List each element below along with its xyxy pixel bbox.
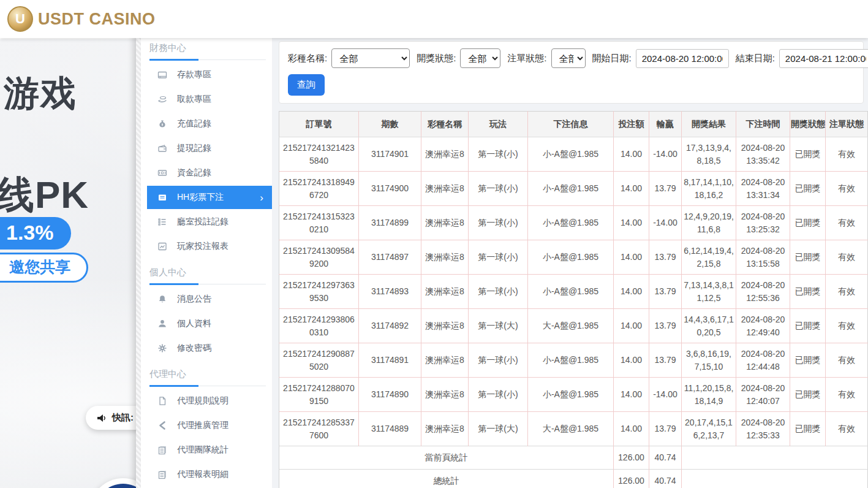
sidebar-section-title: 財務中心 (149, 42, 266, 60)
page-scrollbar[interactable] (136, 4, 141, 488)
cell-draw-status: 已開獎 (790, 240, 826, 275)
cell-order-status: 有效 (826, 343, 868, 378)
sidebar-item[interactable]: 個人資料 (147, 311, 272, 336)
sidebar-item[interactable]: 資金記錄 (147, 161, 272, 185)
cell-lottery-name: 澳洲幸运8 (421, 206, 469, 240)
background-site-header: U USDT CASINO (0, 0, 868, 38)
cell-bet-time: 2024-08-20 13:15:58 (736, 240, 790, 275)
grand-total-row: 總統計126.0040.74 (279, 470, 868, 488)
cell-order-status: 有效 (826, 309, 868, 343)
order-status-select[interactable]: 全部 (551, 48, 586, 68)
banner-invite-pill[interactable]: 邀您共享 (0, 253, 88, 283)
cell-period: 31174893 (359, 275, 421, 309)
sidebar-item[interactable]: 玩家投注報表 (147, 234, 272, 259)
lottery-name-select[interactable]: 全部 (331, 48, 410, 68)
banner-rate-badge: 1.3% (0, 217, 71, 250)
cell-bet-time: 2024-08-20 12:35:33 (736, 412, 790, 446)
sidebar-item[interactable]: 修改密碼 (147, 336, 272, 360)
page-total-row-label: 當前頁統計 (279, 446, 614, 470)
cell-bet-amount: 14.00 (614, 412, 649, 446)
sidebar-item-label: 取款專區 (177, 94, 211, 105)
cell-bet-amount: 14.00 (614, 240, 649, 275)
sidebar-item-label: 廳室投註記錄 (177, 216, 228, 227)
cell-draw-status: 已開獎 (790, 378, 826, 412)
cell-order-no: 2152172412908875020 (279, 343, 359, 378)
cell-order-no: 2152172412853377600 (279, 412, 359, 446)
cell-win-loss: 13.79 (649, 172, 682, 206)
cell-period: 31174890 (359, 378, 421, 412)
sidebar-item[interactable]: 提現記錄 (147, 136, 272, 161)
sidebar-item[interactable]: 代理規則說明 (147, 389, 272, 413)
cell-period: 31174900 (359, 172, 421, 206)
draw-status-label: 開獎狀態: (417, 53, 456, 64)
sidebar-item-label: HH彩票下注 (177, 192, 224, 203)
grand-total-row-empty (682, 470, 868, 488)
document-icon (157, 396, 167, 406)
cell-play-type: 第一球(小) (469, 240, 528, 275)
sidebar-item[interactable]: 代理報表明細 (147, 462, 272, 487)
cell-draw-result: 20,17,4,15,16,2,13,7 (682, 412, 736, 446)
column-header-bet-info: 下注信息 (528, 112, 614, 137)
cell-draw-result: 12,4,9,20,19,11,6,8 (682, 206, 736, 240)
column-header-lottery-name: 彩種名稱 (421, 112, 469, 137)
speaker-icon (97, 413, 107, 423)
hand-cash-icon (157, 94, 167, 105)
table-row: 215217241318949672031174900澳洲幸运8第一球(小)小-… (279, 172, 868, 206)
gear-icon (157, 343, 167, 354)
table-row: 215217241288070915031174890澳洲幸运8第一球(小)小-… (279, 378, 868, 412)
cell-bet-info: 小-A盤@1.985 (528, 378, 614, 412)
sidebar-item[interactable]: 代理推廣管理 (147, 413, 272, 438)
banner-text-line2: 线PK (0, 169, 89, 221)
sidebar-item[interactable]: 取款專區 (147, 87, 272, 112)
column-header-draw-result: 開獎結果 (682, 112, 736, 137)
cell-bet-info: 小-A盤@1.985 (528, 206, 614, 240)
cell-play-type: 第一球(小) (469, 172, 528, 206)
table-row: 215217241290887502031174891澳洲幸运8第一球(小)小-… (279, 343, 868, 378)
cell-draw-status: 已開獎 (790, 412, 826, 446)
ticket-icon (157, 193, 167, 203)
report-icon (157, 242, 167, 252)
sidebar-section-items: 消息公告個人資料修改密碼 (141, 284, 272, 360)
table-row: 215217241309584920031174897澳洲幸运8第一球(小)小-… (279, 240, 868, 275)
cell-lottery-name: 澳洲幸运8 (421, 412, 469, 446)
cell-period: 31174899 (359, 206, 421, 240)
cell-bet-amount: 14.00 (614, 343, 649, 378)
start-date-input[interactable] (636, 49, 729, 68)
cell-lottery-name: 澳洲幸运8 (421, 137, 469, 172)
sidebar-section-title: 代理中心 (149, 368, 266, 386)
usdt-coin-logo-icon: U (7, 6, 33, 32)
cell-bet-amount: 14.00 (614, 275, 649, 309)
bet-records-table: 訂單號期數彩種名稱玩法下注信息投注額輸贏開獎結果下注時間開獎狀態注單狀態2152… (279, 111, 868, 488)
cell-bet-info: 大-A盤@1.985 (528, 412, 614, 446)
sidebar-item-label: 代理規則說明 (177, 395, 228, 406)
sidebar-item[interactable]: 存款專區 (147, 63, 272, 87)
banner-text-line1: 游戏 (4, 70, 77, 118)
search-button[interactable]: 查詢 (288, 74, 325, 96)
sidebar-item[interactable]: 充值記錄 (147, 112, 272, 136)
cell-draw-result: 8,17,14,1,10,18,16,2 (682, 172, 736, 206)
cell-order-no: 2152172413214235840 (279, 137, 359, 172)
cell-draw-status: 已開獎 (790, 343, 826, 378)
cell-bet-amount: 14.00 (614, 137, 649, 172)
cell-order-status: 有效 (826, 412, 868, 446)
cell-win-loss: 13.79 (649, 412, 682, 446)
sidebar-section-items: 存款專區取款專區充值記錄提現記錄資金記錄HH彩票下注›廳室投註記錄玩家投注報表 (141, 60, 272, 259)
cell-win-loss: 13.79 (649, 343, 682, 378)
sidebar-item[interactable]: HH彩票下注› (147, 186, 272, 209)
sidebar-item-label: 資金記錄 (177, 167, 211, 178)
cell-order-no: 2152172413153230210 (279, 206, 359, 240)
team-stats-icon (157, 445, 167, 456)
table-row: 215217241297363953031174893澳洲幸运8第一球(小)小-… (279, 275, 868, 309)
sidebar-item[interactable]: 代理團隊統計 (147, 438, 272, 462)
cell-lottery-name: 澳洲幸运8 (421, 309, 469, 343)
sidebar-item[interactable]: 消息公告 (147, 287, 272, 311)
cell-lottery-name: 澳洲幸运8 (421, 240, 469, 275)
cell-order-status: 有效 (826, 275, 868, 309)
cell-lottery-name: 澳洲幸运8 (421, 378, 469, 412)
cell-bet-info: 小-A盤@1.985 (528, 172, 614, 206)
sidebar-item[interactable]: 廳室投註記錄 (147, 210, 272, 234)
page-total-row-win-loss: 40.74 (649, 446, 682, 470)
table-row: 215217241293806031031174892澳洲幸运8第一球(大)大-… (279, 309, 868, 343)
end-date-input[interactable] (779, 49, 868, 68)
draw-status-select[interactable]: 全部 (460, 48, 500, 68)
